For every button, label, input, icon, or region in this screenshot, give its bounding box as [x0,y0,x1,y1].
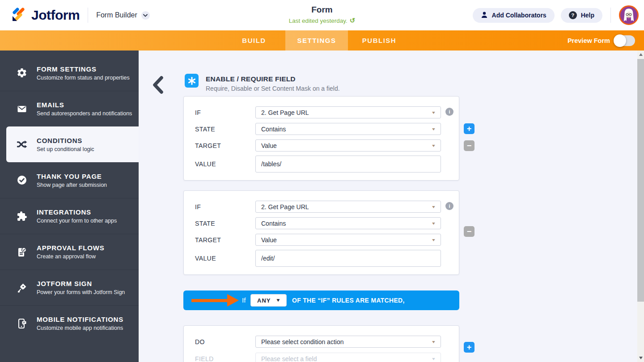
envelope-icon [16,104,28,114]
annotation-arrow-icon [191,299,228,302]
info-icon[interactable]: i [445,108,453,116]
if-label: IF [195,109,201,116]
last-edited-status: Last edited yesterday. ↺ [289,17,356,25]
asterisk-icon [185,74,199,88]
caret-down-icon: ▼ [431,237,436,242]
tab-publish[interactable]: PUBLISH [348,30,411,51]
sidebar-item-label: EMAILS [37,101,132,109]
caret-down-icon: ▼ [431,143,436,147]
add-action-button[interactable]: + [464,342,475,353]
match-type-value: ANY [257,297,271,304]
target-label: TARGET [195,236,221,244]
triangle-up-icon [639,53,643,56]
caret-down-icon: ▼ [431,221,436,225]
info-icon[interactable]: i [445,202,453,210]
user-avatar[interactable] [619,5,639,25]
mobile-chat-icon [16,318,28,329]
sidebar-item-desc: Customize mobile app notifications [37,325,123,331]
help-label: Help [581,12,594,19]
state-dropdown[interactable]: Contains ▼ [255,217,441,229]
match-suffix: OF THE “IF” RULES ARE MATCHED, [292,297,405,304]
preview-form-toggle[interactable] [614,35,635,46]
question-icon: ? [569,11,577,19]
dropdown-value: Contains [261,220,286,227]
add-rule-button[interactable]: + [464,123,475,134]
approval-doc-icon [16,247,28,257]
dropdown-value: 2. Get Page URL [261,203,309,210]
sidebar-item-label: THANK YOU PAGE [37,173,107,180]
caret-down-icon: ▼ [431,110,436,114]
sidebar-item-jotform-sign[interactable]: JOTFORM SIGN Power your forms with Jotfo… [0,269,139,305]
sidebar-item-desc: Send autoresponders and notifications [37,110,132,117]
scroll-down-button[interactable] [637,354,644,362]
check-circle-icon [16,175,28,185]
dropdown-value: Contains [261,126,286,133]
conditions-panel: ENABLE / REQUIRE FIELD Require, Disable … [139,51,637,362]
form-title: Form [289,5,356,15]
target-dropdown[interactable]: Value ▼ [255,234,441,246]
if-field-dropdown[interactable]: 2. Get Page URL ▼ [255,201,441,213]
tab-settings[interactable]: SETTINGS [285,30,348,51]
scroll-up-button[interactable] [637,51,644,58]
person-icon [481,11,488,20]
field-label: FIELD [195,355,214,362]
caret-down-icon: ▼ [431,126,436,131]
builder-navbar: BUILD SETTINGS PUBLISH Preview Form [0,30,644,51]
if-field-dropdown[interactable]: 2. Get Page URL ▼ [255,106,441,118]
target-label: TARGET [195,142,221,149]
add-collaborators-button[interactable]: Add Collaborators [473,8,555,23]
scrollbar-thumb[interactable] [637,59,644,302]
sidebar-item-integrations[interactable]: INTEGRATIONS Connect your form to other … [0,198,139,234]
jotform-logo-text: Jotform [31,8,80,23]
dropdown-placeholder: Please select a field [261,355,317,362]
value-label: VALUE [195,255,216,262]
dropdown-value: Value [261,236,277,244]
chevron-down-icon [141,11,150,20]
help-button[interactable]: ? Help [561,8,602,23]
value-label: VALUE [195,160,216,168]
app-header: Jotform Form Builder Form Last edited ye… [0,0,644,30]
match-type-select[interactable]: ANY ▼ [250,294,287,307]
jotform-logo-icon [11,6,27,24]
last-edited-text: Last edited yesterday. [289,17,347,24]
sidebar-item-label: INTEGRATIONS [37,208,117,216]
add-collaborators-label: Add Collaborators [492,12,547,19]
sidebar-item-thank-you-page[interactable]: THANK YOU PAGE Show page after submissio… [0,162,139,198]
toggle-knob [614,34,626,47]
rules-match-bar: If ANY ▼ OF THE “IF” RULES ARE MATCHED, [183,290,459,310]
field-dropdown[interactable]: Please select a field ▼ [255,353,441,362]
caret-down-icon: ▼ [431,339,436,344]
product-switcher[interactable]: Form Builder [96,11,150,20]
sidebar-item-emails[interactable]: EMAILS Send autoresponders and notificat… [0,91,139,126]
section-subtitle: Require, Disable or Set Content Mask on … [206,85,340,92]
caret-down-icon: ▼ [275,298,281,303]
sidebar-item-mobile-notifications[interactable]: MOBILE NOTIFICATIONS Customize mobile ap… [0,305,139,341]
triangle-down-icon [639,357,643,359]
remove-rule-button[interactable]: − [464,140,475,151]
condition-rule-card: IF 2. Get Page URL ▼ i STATE Contains ▼ … [183,96,459,181]
tab-build[interactable]: BUILD [223,30,285,51]
caret-down-icon: ▼ [431,356,436,361]
pen-nib-icon [16,282,28,293]
value-input[interactable] [255,156,441,173]
do-action-dropdown[interactable]: Please select condition action ▼ [255,336,441,348]
sidebar-item-label: CONDITIONS [37,137,94,144]
value-input[interactable] [255,250,441,267]
condition-rule-card: IF 2. Get Page URL ▼ i STATE Contains ▼ … [183,190,459,275]
jotform-logo[interactable]: Jotform [11,6,80,24]
sidebar-item-form-settings[interactable]: FORM SETTINGS Customize form status and … [0,55,139,91]
state-dropdown[interactable]: Contains ▼ [255,123,441,135]
settings-sidebar: FORM SETTINGS Customize form status and … [0,51,139,362]
sidebar-item-label: FORM SETTINGS [37,65,130,73]
remove-rule-button[interactable]: − [464,226,475,237]
state-label: STATE [195,220,215,227]
vertical-scrollbar [637,51,644,362]
sidebar-item-conditions[interactable]: CONDITIONS Set up conditional logic [6,126,139,162]
dropdown-value: Please select condition action [261,338,343,345]
sidebar-item-approval-flows[interactable]: APPROVAL FLOWS Create an approval flow [0,234,139,269]
back-button[interactable] [152,76,164,94]
do-label: DO [195,338,205,345]
dropdown-value: 2. Get Page URL [261,109,309,116]
revert-icon[interactable]: ↺ [350,17,356,25]
target-dropdown[interactable]: Value ▼ [255,139,441,152]
